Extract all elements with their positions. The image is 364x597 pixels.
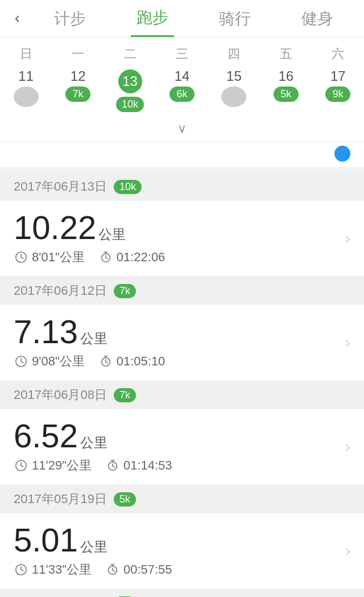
calendar-date-cell[interactable]: 11 xyxy=(0,67,52,114)
record-card[interactable]: 7.13公里9'08"公里01:05:10› xyxy=(0,305,364,381)
date-badge: 7k xyxy=(114,284,136,298)
distance-number: 7.13 xyxy=(14,315,78,348)
back-button[interactable] xyxy=(6,0,28,38)
date-header-text: 2017年06月13日 xyxy=(14,178,107,195)
calendar-date-cell[interactable]: 15 xyxy=(208,67,260,114)
record-distance-row: 10.22公里 xyxy=(14,211,345,244)
weekday-label: 日 xyxy=(0,46,52,63)
activity-badge: 7k xyxy=(65,87,90,102)
date-badge: 5k xyxy=(114,492,136,507)
pace-stat: 11'33"公里 xyxy=(14,561,92,578)
record-distance-row: 7.13公里 xyxy=(14,315,345,348)
date-number: 11 xyxy=(18,69,34,83)
calendar-chevron[interactable]: ∨ xyxy=(0,118,364,142)
weekday-label: 六 xyxy=(312,46,364,63)
date-badge: 7k xyxy=(114,388,136,402)
date-header-text: 2017年05月19日 xyxy=(14,491,107,508)
date-header-text: 2017年05月18日 xyxy=(14,595,107,597)
record-arrow-icon: › xyxy=(345,229,350,248)
distance-unit: 公里 xyxy=(80,434,107,452)
record-card[interactable]: 6.52公里11'29"公里01:14:53› xyxy=(0,409,364,485)
calendar-dates: 11127k1310k146k15165k179k xyxy=(0,67,364,118)
clock-icon xyxy=(14,458,28,473)
activity-badge: 9k xyxy=(325,87,350,102)
record-stats-row: 9'08"公里01:05:10 xyxy=(14,353,345,370)
clock-icon xyxy=(14,562,28,577)
nav-tab-fitness[interactable]: 健身 xyxy=(296,0,339,37)
activity-badge: 6k xyxy=(169,87,195,102)
pace-stat: 11'29"公里 xyxy=(14,457,92,474)
record-stats-row: 11'33"公里00:57:55 xyxy=(14,561,345,578)
pace-value: 9'08"公里 xyxy=(32,353,85,370)
record-arrow-icon: › xyxy=(345,542,350,560)
date-number: 17 xyxy=(330,69,346,83)
date-header: 2017年05月19日5k xyxy=(0,485,364,513)
duration-value: 01:14:53 xyxy=(123,458,172,473)
weekday-label: 二 xyxy=(104,46,156,63)
duration-stat: 01:22:06 xyxy=(98,250,166,265)
calendar-section: 日一二三四五六 11127k1310k146k15165k179k ∨ xyxy=(0,38,364,142)
record-stats-row: 8'01"公里01:22:06 xyxy=(14,249,345,266)
record-info: 7.13公里9'08"公里01:05:10 xyxy=(14,315,345,370)
pace-value: 8'01"公里 xyxy=(32,249,85,266)
nav-bar: 计步跑步骑行健身 xyxy=(0,0,364,38)
record-distance-row: 6.52公里 xyxy=(14,419,345,452)
activity-badge: 5k xyxy=(274,87,299,102)
stopwatch-icon xyxy=(105,458,120,473)
date-number: 14 xyxy=(175,69,190,83)
record-stats-row: 11'29"公里01:14:53 xyxy=(14,457,345,474)
date-header-text: 2017年06月08日 xyxy=(14,386,107,404)
date-header-text: 2017年06月12日 xyxy=(14,282,107,299)
record-arrow-icon: › xyxy=(345,438,350,456)
date-header: 2017年05月18日6k xyxy=(0,589,364,597)
calendar-date-cell[interactable]: 179k xyxy=(312,67,364,114)
date-header: 2017年06月08日7k xyxy=(0,381,364,409)
record-card[interactable]: 10.22公里8'01"公里01:22:06› xyxy=(0,201,364,277)
stopwatch-icon xyxy=(98,354,113,369)
calendar-date-cell[interactable]: 165k xyxy=(260,67,312,114)
date-number: 16 xyxy=(279,69,294,83)
distance-unit: 公里 xyxy=(98,225,126,244)
pace-value: 11'33"公里 xyxy=(32,561,92,578)
nav-tab-running[interactable]: 跑步 xyxy=(131,0,174,37)
date-number: 12 xyxy=(71,69,86,83)
calendar-date-cell[interactable]: 146k xyxy=(156,67,208,114)
calendar-weekdays: 日一二三四五六 xyxy=(0,43,364,67)
nav-tabs: 计步跑步骑行健身 xyxy=(28,0,358,37)
stopwatch-icon xyxy=(98,250,113,265)
duration-value: 00:57:55 xyxy=(123,562,172,577)
pace-stat: 9'08"公里 xyxy=(14,353,85,370)
weekday-label: 四 xyxy=(208,46,260,63)
activity-badge-empty xyxy=(221,87,246,107)
records-container: 2017年06月13日10k10.22公里8'01"公里01:22:06›201… xyxy=(0,168,364,597)
weekday-label: 三 xyxy=(156,46,208,63)
calendar-date-cell[interactable]: 127k xyxy=(52,67,104,114)
duration-stat: 00:57:55 xyxy=(105,562,172,577)
record-arrow-icon: › xyxy=(345,334,350,352)
date-number: 15 xyxy=(226,69,242,83)
record-info: 6.52公里11'29"公里01:14:53 xyxy=(14,419,345,474)
nav-tab-steps[interactable]: 计步 xyxy=(48,0,92,37)
partial-record-top xyxy=(0,142,364,168)
pace-stat: 8'01"公里 xyxy=(14,249,85,266)
calendar-date-cell[interactable]: 1310k xyxy=(104,67,156,114)
date-header: 2017年06月13日10k xyxy=(0,172,364,201)
date-badge: 10k xyxy=(114,180,142,194)
distance-number: 5.01 xyxy=(14,524,78,557)
record-card[interactable]: 5.01公里11'33"公里00:57:55› xyxy=(0,513,364,589)
distance-number: 10.22 xyxy=(14,211,96,244)
clock-icon xyxy=(14,250,28,265)
stopwatch-icon xyxy=(105,562,120,577)
duration-value: 01:22:06 xyxy=(117,250,166,265)
date-number: 13 xyxy=(118,69,142,93)
activity-badge-empty xyxy=(14,87,39,107)
distance-unit: 公里 xyxy=(80,538,107,556)
nav-tab-cycling[interactable]: 骑行 xyxy=(213,0,257,37)
pace-value: 11'29"公里 xyxy=(32,457,92,474)
activity-badge: 10k xyxy=(116,97,144,112)
record-info: 10.22公里8'01"公里01:22:06 xyxy=(14,211,345,266)
weekday-label: 五 xyxy=(260,46,312,63)
record-info: 5.01公里11'33"公里00:57:55 xyxy=(14,524,345,578)
distance-unit: 公里 xyxy=(80,330,107,348)
date-header: 2017年06月12日7k xyxy=(0,277,364,305)
